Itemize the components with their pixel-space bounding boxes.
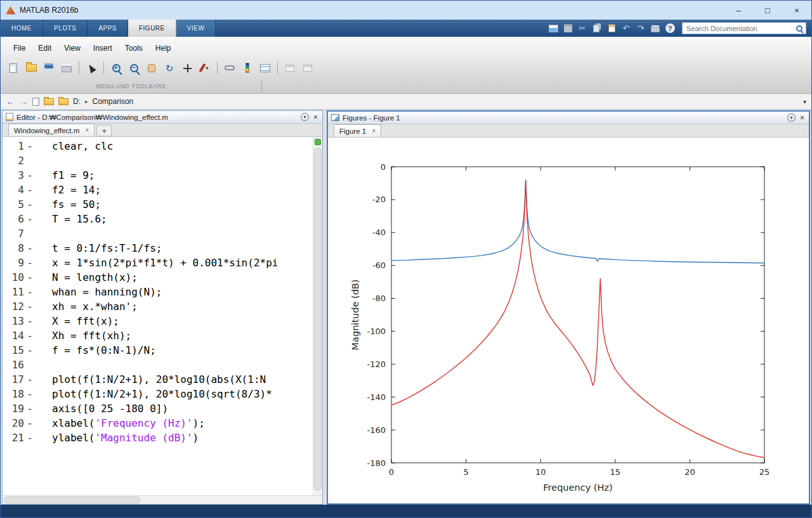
menu-file[interactable]: File bbox=[7, 42, 32, 55]
editor-vertical-scrollbar[interactable] bbox=[313, 137, 322, 495]
insert-legend-button[interactable] bbox=[258, 60, 273, 75]
close-button[interactable]: × bbox=[782, 1, 811, 20]
breakpoint-gutter[interactable]: - bbox=[24, 328, 36, 343]
code-line-6[interactable]: 6-T = 15.6; bbox=[3, 212, 313, 226]
code-line-20[interactable]: 20-xlabel('Frequency (Hz)'); bbox=[3, 416, 313, 431]
breakpoint-gutter[interactable]: - bbox=[24, 241, 36, 256]
paste-button[interactable] bbox=[606, 23, 617, 34]
code-line-4[interactable]: 4-f2 = 14; bbox=[3, 183, 313, 197]
toolstrip-tab-figure[interactable]: FIGURE bbox=[128, 20, 176, 37]
breakpoint-gutter[interactable]: - bbox=[24, 401, 36, 416]
minimize-button[interactable]: – bbox=[724, 1, 753, 20]
data-cursor-button[interactable] bbox=[180, 60, 195, 75]
breakpoint-gutter[interactable]: - bbox=[24, 372, 36, 387]
insert-colorbar-button[interactable] bbox=[240, 60, 255, 75]
figures-panel-menu-icon[interactable]: ▾ bbox=[787, 113, 796, 122]
search-icon[interactable] bbox=[796, 25, 802, 32]
print-button[interactable] bbox=[59, 60, 74, 75]
quick-print-button[interactable] bbox=[650, 23, 661, 34]
figures-panel-header[interactable]: Figures - Figure 1 ▾ × bbox=[328, 112, 809, 124]
toolstrip-tab-plots[interactable]: PLOTS bbox=[43, 20, 88, 37]
code-line-7[interactable]: 7 bbox=[3, 226, 313, 241]
open-file-button[interactable] bbox=[23, 60, 39, 75]
menu-view[interactable]: View bbox=[58, 42, 87, 55]
forward-button[interactable]: → bbox=[19, 97, 28, 106]
breakpoint-gutter[interactable]: - bbox=[24, 343, 36, 358]
help-button[interactable]: ? bbox=[664, 23, 676, 34]
figure-plot[interactable]: 05101520250-20-40-60-80-100-120-140-160-… bbox=[328, 138, 805, 503]
code-line-15[interactable]: 15-f = fs*(0:N-1)/N; bbox=[3, 343, 313, 358]
breakpoint-gutter[interactable]: - bbox=[24, 299, 36, 314]
code-line-17[interactable]: 17-plot(f(1:N/2+1), 20*log10(abs(X(1:N bbox=[3, 372, 313, 387]
code-line-18[interactable]: 18-plot(f(1:N/2+1), 20*log10(sqrt(8/3)* bbox=[3, 387, 313, 401]
code-line-12[interactable]: 12-xh = x.*whan'; bbox=[3, 299, 313, 314]
vertical-scroll-thumb[interactable] bbox=[314, 148, 322, 491]
breakpoint-gutter[interactable]: - bbox=[24, 416, 36, 431]
editor-tab-close-icon[interactable]: × bbox=[85, 127, 89, 134]
zoom-out-button[interactable] bbox=[126, 60, 141, 75]
toolstrip-tab-view[interactable]: VIEW bbox=[176, 20, 216, 37]
breakpoint-gutter[interactable]: - bbox=[24, 197, 36, 212]
breakpoint-gutter[interactable]: - bbox=[24, 387, 36, 401]
breakpoint-gutter[interactable]: - bbox=[24, 431, 36, 445]
link-plot-button[interactable] bbox=[222, 60, 237, 75]
code-area[interactable]: 1-clear, clc23-f1 = 9;4-f2 = 14;5-fs = 5… bbox=[3, 137, 313, 495]
code-line-8[interactable]: 8-t = 0:1/fs:T-1/fs; bbox=[3, 241, 313, 256]
figure-preview-button[interactable] bbox=[547, 23, 559, 34]
code-line-5[interactable]: 5-fs = 50; bbox=[3, 197, 313, 212]
menu-insert[interactable]: Insert bbox=[87, 42, 119, 55]
brush-button[interactable]: ▾ bbox=[197, 60, 213, 75]
rotate3d-button[interactable]: ↻ bbox=[162, 60, 177, 75]
pan-button[interactable] bbox=[144, 60, 159, 75]
toolstrip-tab-home[interactable]: HOME bbox=[1, 20, 43, 37]
editor-panel-menu-icon[interactable]: ▾ bbox=[301, 113, 309, 121]
horizontal-scroll-thumb[interactable] bbox=[4, 496, 140, 503]
menu-tools[interactable]: Tools bbox=[119, 42, 149, 55]
new-tab-button[interactable]: + bbox=[96, 125, 112, 136]
figure1-tab-close-icon[interactable]: × bbox=[372, 128, 376, 134]
address-dropdown-icon[interactable]: ▾ bbox=[803, 98, 806, 105]
cut-button[interactable]: ✂ bbox=[577, 23, 588, 34]
browse-folder-icon[interactable] bbox=[44, 98, 54, 105]
zoom-in-button[interactable] bbox=[108, 60, 124, 75]
code-line-16[interactable]: 16 bbox=[3, 358, 313, 372]
code-line-10[interactable]: 10-N = length(x); bbox=[3, 270, 313, 285]
code-line-3[interactable]: 3-f1 = 9; bbox=[3, 168, 313, 183]
maximize-button[interactable]: □ bbox=[753, 1, 782, 20]
show-plot-tools-button[interactable] bbox=[300, 60, 315, 75]
editor-horizontal-scrollbar[interactable] bbox=[3, 495, 322, 504]
quick-save-button[interactable] bbox=[562, 23, 573, 34]
breadcrumb-drive[interactable]: D: bbox=[73, 97, 81, 106]
breakpoint-gutter[interactable] bbox=[24, 153, 36, 168]
breakpoint-gutter[interactable]: - bbox=[24, 212, 36, 226]
breakpoint-gutter[interactable]: - bbox=[24, 314, 36, 328]
code-line-21[interactable]: 21-ylabel('Magnitude (dB)') bbox=[3, 431, 313, 445]
code-line-1[interactable]: 1-clear, clc bbox=[3, 139, 313, 153]
figures-panel-close-icon[interactable]: × bbox=[800, 114, 804, 122]
editor-tab[interactable]: Windowing_effect.m × bbox=[8, 124, 95, 136]
back-button[interactable]: ← bbox=[6, 97, 15, 106]
breakpoint-gutter[interactable] bbox=[24, 358, 36, 372]
redo-button[interactable]: ↷ bbox=[635, 23, 646, 34]
code-line-14[interactable]: 14-Xh = fft(xh); bbox=[3, 328, 313, 343]
toolstrip-tab-apps[interactable]: APPS bbox=[88, 20, 128, 37]
new-script-button[interactable] bbox=[6, 60, 21, 75]
hide-plot-tools-button[interactable] bbox=[282, 60, 298, 75]
editor-panel-header[interactable]: Editor - D:₩Comparison₩Windowing_effect.… bbox=[3, 111, 322, 124]
save-button[interactable] bbox=[41, 60, 56, 75]
breakpoint-gutter[interactable]: - bbox=[24, 256, 36, 270]
code-line-13[interactable]: 13-X = fft(x); bbox=[3, 314, 313, 328]
breadcrumb-folder[interactable]: Comparison bbox=[93, 97, 134, 106]
code-line-9[interactable]: 9-x = 1*sin(2*pi*f1*t) + 0.001*sin(2*pi bbox=[3, 256, 313, 270]
menu-help[interactable]: Help bbox=[149, 42, 178, 55]
code-line-2[interactable]: 2 bbox=[3, 153, 313, 168]
figure-canvas[interactable]: 05101520250-20-40-60-80-100-120-140-160-… bbox=[328, 138, 809, 503]
code-line-19[interactable]: 19-axis([0 25 -180 0]) bbox=[3, 401, 313, 416]
pointer-tool-button[interactable] bbox=[84, 60, 99, 75]
menu-edit[interactable]: Edit bbox=[32, 42, 58, 55]
breakpoint-gutter[interactable]: - bbox=[24, 168, 36, 183]
breakpoint-gutter[interactable]: - bbox=[24, 139, 36, 153]
current-folder-icon[interactable] bbox=[58, 98, 69, 105]
code-line-11[interactable]: 11-whan = hanning(N); bbox=[3, 285, 313, 299]
breakpoint-gutter[interactable]: - bbox=[24, 285, 36, 299]
